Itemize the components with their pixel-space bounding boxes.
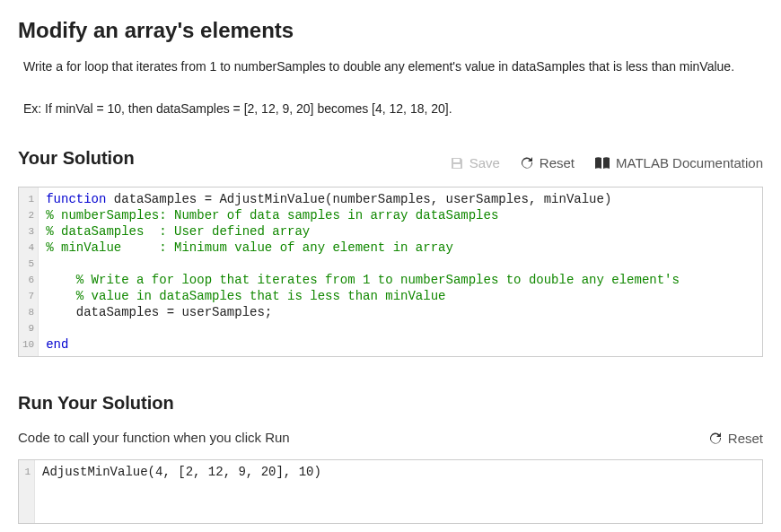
problem-statement: Write a for loop that iterates from 1 to… [23, 57, 763, 76]
book-icon [594, 156, 610, 170]
save-button[interactable]: Save [450, 155, 500, 170]
code-line: end [46, 336, 755, 353]
docs-link[interactable]: MATLAB Documentation [594, 155, 763, 170]
code-line: % numberSamples: Number of data samples … [46, 207, 755, 223]
page-title: Modify an array's elements [18, 18, 763, 43]
call-code[interactable]: AdjustMinValue(4, [2, 12, 9, 20], 10) [35, 460, 762, 523]
code-line: % dataSamples : User defined array [46, 223, 755, 240]
reset-button[interactable]: Reset [520, 155, 575, 170]
solution-code[interactable]: function dataSamples = AdjustMinValue(nu… [39, 188, 762, 356]
run-subtitle: Code to call your function when you clic… [18, 430, 290, 445]
reset-icon [520, 156, 534, 170]
run-reset-label: Reset [728, 431, 763, 446]
reset-icon [708, 432, 723, 446]
solution-gutter: 12345678910 [19, 188, 39, 356]
call-editor[interactable]: 1 AdjustMinValue(4, [2, 12, 9, 20], 10) [18, 459, 763, 524]
code-line: % Write a for loop that iterates from 1 … [46, 272, 755, 288]
code-line: function dataSamples = AdjustMinValue(nu… [46, 191, 755, 207]
run-heading: Run Your Solution [18, 393, 763, 414]
call-gutter: 1 [19, 460, 35, 523]
docs-label: MATLAB Documentation [616, 155, 763, 170]
code-line [46, 320, 755, 336]
run-reset-button[interactable]: Reset [708, 431, 763, 446]
solution-editor[interactable]: 12345678910 function dataSamples = Adjus… [18, 187, 763, 357]
code-line: dataSamples = userSamples; [46, 304, 755, 320]
save-label: Save [469, 155, 500, 170]
solution-toolbar: Save Reset MATLAB Documentation [450, 155, 763, 170]
save-icon [450, 156, 464, 170]
example-text: Ex: If minVal = 10, then dataSamples = [… [23, 101, 763, 116]
code-line [46, 256, 755, 272]
reset-label: Reset [540, 155, 575, 170]
solution-heading: Your Solution [18, 148, 135, 169]
code-line: AdjustMinValue(4, [2, 12, 9, 20], 10) [42, 464, 755, 480]
code-line: % value in dataSamples that is less than… [46, 288, 755, 304]
code-line: % minValue : Minimum value of any elemen… [46, 240, 755, 256]
